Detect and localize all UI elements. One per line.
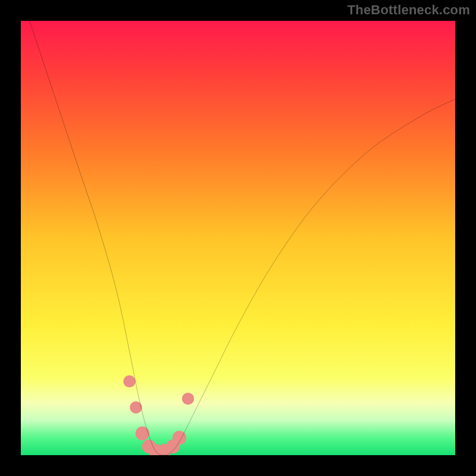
pink-marker <box>173 431 186 444</box>
watermark-text: TheBottleneck.com <box>347 2 470 18</box>
pink-marker <box>136 427 149 440</box>
pink-marker <box>130 401 142 413</box>
chart-svg <box>21 21 455 455</box>
chart-frame: TheBottleneck.com <box>0 0 476 476</box>
bottleneck-curve <box>30 21 455 455</box>
pink-marker <box>123 375 135 387</box>
plot-area <box>21 21 455 455</box>
pink-marker <box>182 393 194 405</box>
markers-group <box>123 375 194 455</box>
